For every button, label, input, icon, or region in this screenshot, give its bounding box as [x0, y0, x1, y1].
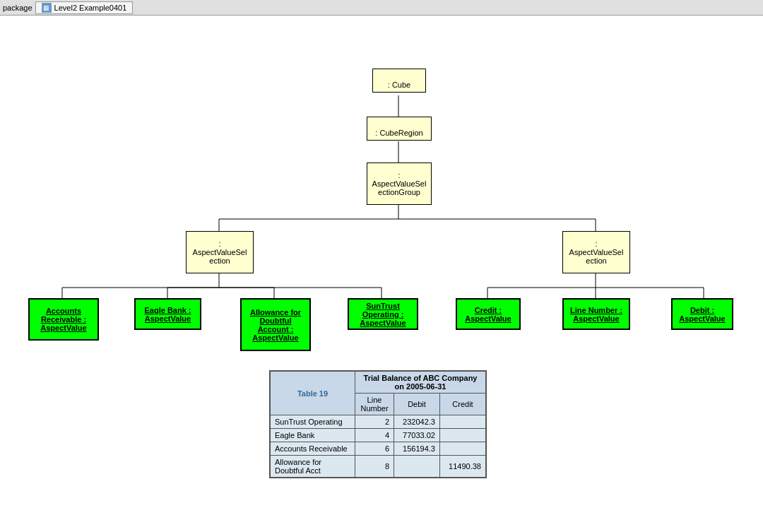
row-debit: 156194.3	[394, 442, 440, 456]
node-line-number[interactable]: Line Number :AspectValue	[562, 298, 630, 330]
row-line: 6	[355, 442, 394, 456]
node-accounts-receivable[interactable]: AccountsReceivable :AspectValue	[28, 298, 99, 341]
tab-bar: package ▦ Level2 Example0401	[0, 0, 763, 16]
tab-icon: ▦	[42, 3, 52, 13]
node-allowance[interactable]: Allowance forDoubtfulAccount :AspectValu…	[240, 298, 311, 351]
col-debit: Debit	[394, 394, 440, 415]
row-label: Allowance forDoubtful Acct	[271, 456, 355, 478]
node-suntrust[interactable]: SunTrustOperating :AspectValue	[348, 298, 418, 330]
row-debit	[394, 456, 440, 478]
node-aspect-value-sel-group[interactable]: :AspectValueSelectionGroup	[367, 162, 432, 205]
tab-item[interactable]: ▦ Level2 Example0401	[35, 1, 134, 14]
row-label: SunTrust Operating	[271, 415, 355, 429]
table-title: Trial Balance of ABC Companyon 2005-06-3…	[355, 372, 486, 394]
row-label: Eagle Bank	[271, 429, 355, 442]
row-credit	[440, 442, 486, 456]
row-line: 4	[355, 429, 394, 442]
row-line: 2	[355, 415, 394, 429]
node-aspect-sel-left[interactable]: :AspectValueSelection	[186, 231, 254, 273]
node-cube[interactable]: : Cube	[372, 69, 426, 93]
row-label: Accounts Receivable	[271, 442, 355, 456]
row-credit	[440, 429, 486, 442]
row-credit	[440, 415, 486, 429]
row-credit: 11490.38	[440, 456, 486, 478]
row-line: 8	[355, 456, 394, 478]
node-aspect-sel-right[interactable]: :AspectValueSelection	[562, 231, 630, 273]
table-row: Eagle Bank 4 77033.02	[271, 429, 486, 442]
package-label: package	[3, 4, 32, 12]
data-table: Table 19 Trial Balance of ABC Companyon …	[270, 371, 486, 478]
data-table-wrapper: Table 19 Trial Balance of ABC Companyon …	[269, 370, 487, 478]
node-debit[interactable]: Debit :AspectValue	[671, 298, 733, 330]
node-cube-region[interactable]: : CubeRegion	[367, 117, 432, 141]
col-credit: Credit	[440, 394, 486, 415]
row-debit: 232042.3	[394, 415, 440, 429]
tab-label: Level2 Example0401	[54, 4, 127, 12]
table-label: Table 19	[271, 372, 355, 415]
table-row: Allowance forDoubtful Acct 8 11490.38	[271, 456, 486, 478]
row-debit: 77033.02	[394, 429, 440, 442]
table-row: Accounts Receivable 6 156194.3	[271, 442, 486, 456]
diagram-canvas: : Cube : CubeRegion :AspectValueSelectio…	[0, 16, 763, 532]
col-line-number: LineNumber	[355, 394, 394, 415]
node-credit[interactable]: Credit :AspectValue	[456, 298, 521, 330]
table-row: SunTrust Operating 2 232042.3	[271, 415, 486, 429]
node-eagle-bank[interactable]: Eagle Bank :AspectValue	[134, 298, 201, 330]
